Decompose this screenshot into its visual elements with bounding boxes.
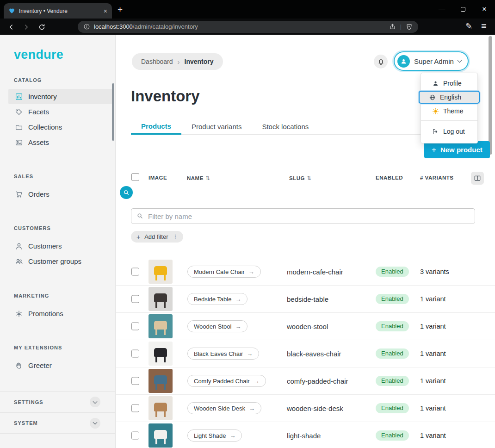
column-header-enabled: ENABLED	[376, 175, 403, 180]
variant-count: 3 variants	[420, 268, 449, 275]
section-label-catalog: CATALOG	[14, 77, 42, 83]
column-header-variants: # VARIANTS	[420, 175, 454, 180]
address-divider: |	[400, 23, 402, 30]
browser-navbar: localhost:3000/admin/catalog/inventory |…	[0, 19, 495, 35]
product-image[interactable]	[148, 369, 173, 393]
main-scrollbar-thumb[interactable]	[489, 36, 492, 155]
row-checkbox[interactable]	[131, 404, 139, 412]
product-name-link[interactable]: Bedside Table→	[187, 293, 248, 305]
brave-shield-icon[interactable]	[406, 23, 413, 31]
user-menu-button[interactable]: Super Admin	[394, 51, 469, 71]
maximize-button[interactable]	[452, 0, 474, 19]
sidebar-item-customer-groups[interactable]: Customer groups	[8, 254, 112, 269]
tab-close-icon[interactable]: ×	[104, 8, 107, 14]
product-image[interactable]	[148, 396, 173, 420]
columns-icon	[474, 174, 481, 182]
arrow-right-icon: →	[229, 432, 235, 439]
new-tab-button[interactable]: +	[118, 5, 123, 15]
menu-item-label: Profile	[443, 80, 462, 87]
menu-item-language[interactable]: English	[419, 91, 480, 104]
sidebar-item-label: Collections	[28, 123, 62, 131]
row-checkbox[interactable]	[131, 350, 139, 358]
sidebar-item-greeter[interactable]: Greeter	[8, 358, 112, 373]
sidebar-section-settings[interactable]: SETTINGS	[0, 391, 116, 412]
user-menu: Profile English Theme Log out	[421, 73, 478, 143]
back-icon[interactable]	[6, 23, 16, 31]
reload-icon[interactable]	[37, 23, 46, 31]
product-image[interactable]	[148, 342, 173, 366]
breadcrumb-inventory[interactable]: Inventory	[185, 58, 214, 65]
row-checkbox[interactable]	[131, 268, 139, 276]
row-checkbox[interactable]	[131, 323, 139, 330]
search-toggle-button[interactable]	[120, 186, 133, 199]
sidebar-scrollbar-thumb[interactable]	[112, 83, 114, 141]
browser-tab[interactable]: Inventory • Vendure ×	[4, 3, 112, 19]
breadcrumb-dashboard[interactable]: Dashboard	[141, 58, 173, 65]
inventory-icon	[15, 93, 23, 101]
minimize-button[interactable]: —	[431, 0, 452, 19]
sort-icon[interactable]: ⇅	[205, 175, 210, 181]
share-icon[interactable]	[389, 23, 396, 30]
sidebar-item-orders[interactable]: Orders	[8, 187, 112, 202]
sidebar-item-customers[interactable]: Customers	[8, 238, 112, 254]
chevron-down-icon[interactable]	[90, 397, 100, 407]
vendure-logo[interactable]: vendure	[14, 48, 63, 62]
tab-stock-locations[interactable]: Stock locations	[252, 119, 319, 134]
url-text[interactable]: localhost:3000/admin/catalog/inventory	[94, 23, 198, 30]
pencil-icon[interactable]: ✎	[465, 21, 472, 31]
product-name-link[interactable]: Modern Cafe Chair→	[187, 266, 261, 278]
menu-icon[interactable]: ≡	[481, 21, 487, 31]
row-checkbox[interactable]	[131, 432, 139, 440]
tab-products[interactable]: Products	[131, 119, 181, 135]
profile-icon	[432, 80, 439, 87]
sidebar-item-inventory[interactable]: Inventory	[8, 89, 112, 104]
section-label-marketing: MARKETING	[14, 293, 50, 299]
column-header-name[interactable]: NAME⇅	[187, 175, 210, 181]
column-header-slug[interactable]: SLUG⇅	[289, 175, 312, 181]
browser-titlebar: Inventory • Vendure × + — ×	[0, 0, 495, 19]
add-filter-button[interactable]: + Add filter ⋮	[131, 231, 183, 243]
product-slug: wooden-side-desk	[287, 404, 343, 412]
sidebar-section-system[interactable]: SYSTEM	[0, 412, 116, 434]
filter-input[interactable]	[131, 208, 475, 224]
table-row: Wooden Side Desk→ wooden-side-desk Enabl…	[116, 394, 495, 422]
address-bar[interactable]: localhost:3000/admin/catalog/inventory |	[78, 21, 418, 33]
sidebar-item-facets[interactable]: Facets	[8, 104, 112, 119]
row-checkbox[interactable]	[131, 295, 139, 303]
chevron-down-icon[interactable]	[90, 418, 100, 429]
column-settings-button[interactable]	[471, 172, 484, 185]
product-image[interactable]	[148, 423, 173, 448]
sidebar-item-promotions[interactable]: Promotions	[8, 306, 112, 321]
menu-divider	[421, 120, 477, 121]
product-name-link[interactable]: Black Eaves Chair→	[187, 348, 259, 360]
forward-icon[interactable]	[21, 23, 31, 31]
product-image[interactable]	[148, 260, 173, 284]
maximize-icon	[461, 7, 465, 12]
row-checkbox[interactable]	[131, 377, 139, 385]
select-all-checkbox[interactable]	[131, 173, 139, 181]
close-button[interactable]: ×	[474, 0, 495, 19]
menu-item-logout[interactable]: Log out	[421, 124, 477, 139]
product-name-link[interactable]: Comfy Padded Chair→	[187, 375, 266, 387]
menu-item-theme[interactable]: Theme	[421, 105, 477, 118]
bell-icon	[377, 58, 385, 66]
sidebar-item-assets[interactable]: Assets	[8, 135, 112, 150]
product-slug: modern-cafe-chair	[287, 268, 343, 276]
product-image[interactable]	[148, 287, 173, 311]
product-name-link[interactable]: Wooden Side Desk→	[187, 402, 261, 414]
chevron-down-icon	[457, 58, 462, 63]
notifications-button[interactable]	[374, 55, 388, 68]
sidebar-item-collections[interactable]: Collections	[8, 119, 112, 135]
breadcrumb-separator-icon: ›	[178, 58, 180, 66]
kebab-icon[interactable]: ⋮	[173, 233, 179, 240]
tab-product-variants[interactable]: Product variants	[181, 119, 252, 134]
product-image[interactable]	[148, 314, 173, 338]
product-name-link[interactable]: Wooden Stool→	[187, 320, 248, 332]
site-info-icon[interactable]	[83, 23, 90, 30]
product-name-link[interactable]: Light Shade→	[187, 429, 242, 442]
section-label-sales: SALES	[14, 174, 33, 179]
sort-icon[interactable]: ⇅	[307, 175, 312, 181]
new-product-button[interactable]: + New product	[424, 141, 490, 158]
arrow-right-icon: →	[254, 378, 260, 385]
menu-item-profile[interactable]: Profile	[421, 77, 477, 90]
